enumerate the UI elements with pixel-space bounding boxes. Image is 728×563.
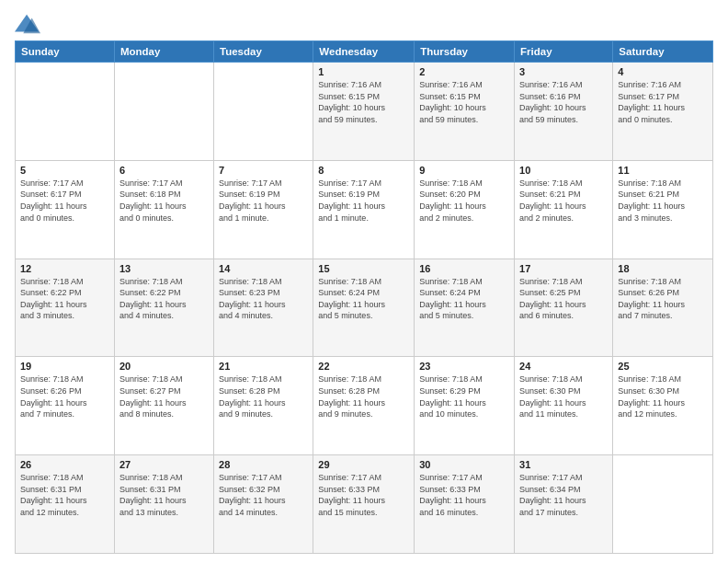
day-cell: 20Sunrise: 7:18 AM Sunset: 6:27 PM Dayli… — [114, 357, 213, 455]
day-cell: 8Sunrise: 7:17 AM Sunset: 6:19 PM Daylig… — [313, 160, 415, 259]
day-number: 11 — [618, 165, 708, 176]
day-info: Sunrise: 7:18 AM Sunset: 6:29 PM Dayligh… — [419, 373, 509, 419]
day-cell: 2Sunrise: 7:16 AM Sunset: 6:15 PM Daylig… — [415, 63, 515, 161]
day-cell — [16, 63, 115, 161]
day-number: 27 — [119, 459, 209, 470]
day-info: Sunrise: 7:17 AM Sunset: 6:18 PM Dayligh… — [119, 178, 209, 224]
day-info: Sunrise: 7:18 AM Sunset: 6:21 PM Dayligh… — [618, 178, 708, 224]
day-cell: 5Sunrise: 7:17 AM Sunset: 6:17 PM Daylig… — [16, 160, 115, 259]
calendar-table: SundayMondayTuesdayWednesdayThursdayFrid… — [15, 40, 713, 554]
day-number: 19 — [20, 361, 109, 372]
day-info: Sunrise: 7:18 AM Sunset: 6:30 PM Dayligh… — [519, 373, 608, 419]
day-number: 18 — [618, 263, 708, 274]
day-info: Sunrise: 7:16 AM Sunset: 6:16 PM Dayligh… — [519, 79, 608, 125]
day-number: 16 — [419, 263, 509, 274]
day-cell: 21Sunrise: 7:18 AM Sunset: 6:28 PM Dayli… — [214, 357, 313, 455]
day-info: Sunrise: 7:18 AM Sunset: 6:23 PM Dayligh… — [219, 276, 308, 322]
header — [15, 11, 713, 37]
day-info: Sunrise: 7:18 AM Sunset: 6:24 PM Dayligh… — [419, 276, 509, 322]
day-info: Sunrise: 7:16 AM Sunset: 6:15 PM Dayligh… — [419, 79, 509, 125]
day-info: Sunrise: 7:18 AM Sunset: 6:22 PM Dayligh… — [20, 276, 109, 322]
day-number: 23 — [419, 361, 509, 372]
day-number: 22 — [318, 361, 409, 372]
day-info: Sunrise: 7:17 AM Sunset: 6:32 PM Dayligh… — [219, 472, 308, 518]
day-info: Sunrise: 7:18 AM Sunset: 6:27 PM Dayligh… — [119, 373, 209, 419]
day-info: Sunrise: 7:18 AM Sunset: 6:26 PM Dayligh… — [20, 373, 109, 419]
day-info: Sunrise: 7:18 AM Sunset: 6:20 PM Dayligh… — [419, 178, 509, 224]
day-cell: 6Sunrise: 7:17 AM Sunset: 6:18 PM Daylig… — [114, 160, 213, 259]
day-number: 21 — [219, 361, 308, 372]
day-number: 25 — [618, 361, 708, 372]
day-cell: 3Sunrise: 7:16 AM Sunset: 6:16 PM Daylig… — [515, 63, 613, 161]
day-number: 9 — [419, 165, 509, 176]
day-cell: 22Sunrise: 7:18 AM Sunset: 6:28 PM Dayli… — [313, 357, 415, 455]
day-number: 4 — [618, 66, 708, 77]
day-cell: 1Sunrise: 7:16 AM Sunset: 6:15 PM Daylig… — [313, 63, 415, 161]
day-info: Sunrise: 7:18 AM Sunset: 6:21 PM Dayligh… — [519, 178, 608, 224]
day-number: 12 — [20, 263, 109, 274]
week-row-5: 26Sunrise: 7:18 AM Sunset: 6:31 PM Dayli… — [16, 455, 713, 554]
day-cell: 28Sunrise: 7:17 AM Sunset: 6:32 PM Dayli… — [214, 455, 313, 554]
day-header-sunday: Sunday — [16, 41, 115, 63]
day-info: Sunrise: 7:17 AM Sunset: 6:19 PM Dayligh… — [318, 178, 409, 224]
header-row: SundayMondayTuesdayWednesdayThursdayFrid… — [16, 41, 713, 63]
day-number: 5 — [20, 165, 109, 176]
day-number: 15 — [318, 263, 409, 274]
week-row-4: 19Sunrise: 7:18 AM Sunset: 6:26 PM Dayli… — [16, 357, 713, 455]
day-number: 24 — [519, 361, 608, 372]
week-row-2: 5Sunrise: 7:17 AM Sunset: 6:17 PM Daylig… — [16, 160, 713, 259]
day-number: 3 — [519, 66, 608, 77]
day-info: Sunrise: 7:18 AM Sunset: 6:28 PM Dayligh… — [318, 373, 409, 419]
day-number: 26 — [20, 459, 109, 470]
day-cell: 16Sunrise: 7:18 AM Sunset: 6:24 PM Dayli… — [415, 259, 515, 357]
day-number: 28 — [219, 459, 308, 470]
day-cell: 15Sunrise: 7:18 AM Sunset: 6:24 PM Dayli… — [313, 259, 415, 357]
day-cell — [114, 63, 213, 161]
day-cell: 25Sunrise: 7:18 AM Sunset: 6:30 PM Dayli… — [613, 357, 713, 455]
logo — [15, 11, 42, 37]
day-cell: 12Sunrise: 7:18 AM Sunset: 6:22 PM Dayli… — [16, 259, 115, 357]
day-number: 2 — [419, 66, 509, 77]
day-cell: 23Sunrise: 7:18 AM Sunset: 6:29 PM Dayli… — [415, 357, 515, 455]
day-number: 13 — [119, 263, 209, 274]
day-cell: 11Sunrise: 7:18 AM Sunset: 6:21 PM Dayli… — [613, 160, 713, 259]
day-cell: 26Sunrise: 7:18 AM Sunset: 6:31 PM Dayli… — [16, 455, 115, 554]
day-info: Sunrise: 7:17 AM Sunset: 6:33 PM Dayligh… — [318, 472, 409, 518]
day-cell: 19Sunrise: 7:18 AM Sunset: 6:26 PM Dayli… — [16, 357, 115, 455]
day-number: 30 — [419, 459, 509, 470]
day-info: Sunrise: 7:18 AM Sunset: 6:30 PM Dayligh… — [618, 373, 708, 419]
day-cell: 24Sunrise: 7:18 AM Sunset: 6:30 PM Dayli… — [515, 357, 613, 455]
day-header-monday: Monday — [114, 41, 213, 63]
day-cell: 4Sunrise: 7:16 AM Sunset: 6:17 PM Daylig… — [613, 63, 713, 161]
day-header-friday: Friday — [515, 41, 613, 63]
day-cell: 14Sunrise: 7:18 AM Sunset: 6:23 PM Dayli… — [214, 259, 313, 357]
day-cell: 30Sunrise: 7:17 AM Sunset: 6:33 PM Dayli… — [415, 455, 515, 554]
page: SundayMondayTuesdayWednesdayThursdayFrid… — [0, 0, 728, 563]
day-info: Sunrise: 7:18 AM Sunset: 6:31 PM Dayligh… — [20, 472, 109, 518]
day-cell: 27Sunrise: 7:18 AM Sunset: 6:31 PM Dayli… — [114, 455, 213, 554]
day-info: Sunrise: 7:16 AM Sunset: 6:17 PM Dayligh… — [618, 79, 708, 125]
day-number: 6 — [119, 165, 209, 176]
day-info: Sunrise: 7:17 AM Sunset: 6:33 PM Dayligh… — [419, 472, 509, 518]
day-info: Sunrise: 7:18 AM Sunset: 6:22 PM Dayligh… — [119, 276, 209, 322]
day-cell: 29Sunrise: 7:17 AM Sunset: 6:33 PM Dayli… — [313, 455, 415, 554]
day-info: Sunrise: 7:17 AM Sunset: 6:19 PM Dayligh… — [219, 178, 308, 224]
day-number: 1 — [318, 66, 409, 77]
day-cell: 10Sunrise: 7:18 AM Sunset: 6:21 PM Dayli… — [515, 160, 613, 259]
day-cell: 17Sunrise: 7:18 AM Sunset: 6:25 PM Dayli… — [515, 259, 613, 357]
day-info: Sunrise: 7:17 AM Sunset: 6:34 PM Dayligh… — [519, 472, 608, 518]
day-info: Sunrise: 7:18 AM Sunset: 6:31 PM Dayligh… — [119, 472, 209, 518]
day-number: 17 — [519, 263, 608, 274]
day-cell: 31Sunrise: 7:17 AM Sunset: 6:34 PM Dayli… — [515, 455, 613, 554]
day-number: 8 — [318, 165, 409, 176]
day-header-saturday: Saturday — [613, 41, 713, 63]
day-number: 29 — [318, 459, 409, 470]
day-info: Sunrise: 7:18 AM Sunset: 6:26 PM Dayligh… — [618, 276, 708, 322]
day-cell: 13Sunrise: 7:18 AM Sunset: 6:22 PM Dayli… — [114, 259, 213, 357]
day-cell — [214, 63, 313, 161]
day-info: Sunrise: 7:16 AM Sunset: 6:15 PM Dayligh… — [318, 79, 409, 125]
day-info: Sunrise: 7:18 AM Sunset: 6:24 PM Dayligh… — [318, 276, 409, 322]
day-info: Sunrise: 7:17 AM Sunset: 6:17 PM Dayligh… — [20, 178, 109, 224]
week-row-1: 1Sunrise: 7:16 AM Sunset: 6:15 PM Daylig… — [16, 63, 713, 161]
day-number: 31 — [519, 459, 608, 470]
